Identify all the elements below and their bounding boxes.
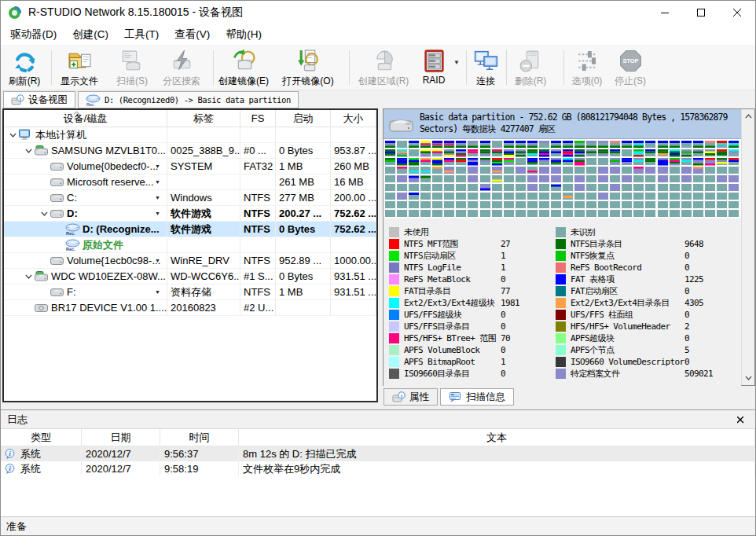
scan-block-map[interactable] [384, 139, 741, 218]
tree-column-header[interactable]: 设备/磁盘 [4, 110, 167, 127]
legend-item: ReFS BootRecord0 [556, 262, 684, 274]
volume-dropdown-arrow[interactable]: ▼ [155, 289, 160, 295]
tree-column-header[interactable]: 启动 [276, 110, 331, 127]
legend-count: 5 [684, 345, 689, 355]
tree-cell-label: 资料存储 [167, 285, 240, 299]
legend-item: UFS/FFS 柱面组0 [556, 309, 684, 321]
volume-dropdown-arrow[interactable]: ▼ [155, 163, 160, 169]
legend-color-chip [556, 333, 566, 343]
tree-row[interactable]: Rec.D: (Recognize...软件游戏NTFS0 Bytes752.6… [4, 222, 376, 237]
legend-label: UFS/FFS目录条目 [404, 321, 470, 332]
volume-dropdown-arrow[interactable]: ▼ [155, 258, 160, 263]
scan-tab-1[interactable]: i属性 [384, 388, 438, 406]
volume-dropdown-arrow[interactable]: ▼ [155, 179, 160, 185]
legend-item: ReFS MetaBlock0 [389, 274, 496, 285]
device-name: D: [67, 207, 78, 219]
tree-cell-name: Microsoft reserve...▼ [4, 174, 167, 189]
raid-icon [421, 48, 447, 74]
legend-label: APFS BitmapRoot [404, 357, 475, 367]
tree-row[interactable]: WDC WD10EZEX-08W...WD-WCC6Y6...#1 S...0 … [4, 269, 376, 285]
tree-column-header[interactable]: 大小 [331, 110, 376, 127]
tree-row[interactable]: 本地计算机 [4, 127, 376, 143]
cd-icon [34, 302, 49, 314]
tree-cell-start: 0 Bytes [276, 269, 331, 284]
log-column-header[interactable]: 日期 [82, 429, 160, 446]
log-row[interactable]: i系统2020/12/79:56:378m 12s 的 D: 扫描已完成 [1, 446, 755, 461]
legend-color-chip [556, 239, 566, 249]
legend-count: 70 [501, 333, 510, 343]
legend-color-chip [556, 321, 566, 332]
expand-chevron-icon[interactable] [23, 271, 34, 282]
toolbar-button-open-image[interactable]: 打开镜像(O) [277, 48, 339, 88]
maximize-button[interactable] [683, 1, 719, 24]
tree-cell-fs: #2 U... [240, 300, 276, 315]
tree-column-header[interactable]: 标签 [167, 110, 240, 127]
tree-row[interactable]: F:▼资料存储NTFS1 MB931.51 ... [4, 285, 376, 300]
tree-row[interactable]: D:▼软件游戏NTFS200.27 ...752.62 ... [4, 206, 376, 222]
device-name: Microsoft reserve... [67, 176, 154, 188]
svg-text:Rec.: Rec. [66, 247, 75, 251]
menu-item-3[interactable]: 工具(T) [116, 24, 167, 45]
legend-color-chip [556, 345, 566, 355]
toolbar-button-partition-search[interactable]: 分区搜索 [150, 48, 213, 88]
scrollbar-down-arrow[interactable] [742, 372, 754, 384]
tree-row[interactable]: Volume{0bedecf0-...▼SYSTEMFAT321 MB260 M… [4, 159, 376, 174]
scan-tab-2[interactable]: 扫描信息 [440, 388, 514, 406]
legend-item: NTFS目录条目9648 [556, 238, 684, 250]
toolbar-button-create-image[interactable]: 创建镜像(E) [212, 48, 275, 88]
legend-label: ISO9660目录条目 [404, 368, 470, 380]
log-column-header[interactable]: 时间 [160, 429, 239, 446]
scrollbar-up-arrow[interactable] [742, 110, 754, 123]
tree-row[interactable]: Volume{1ecb0c98-...▼WinRE_DRVNTFS952.89 … [4, 253, 376, 269]
tree-cell-label: 0025_388B_9... [167, 143, 240, 158]
toolbar-button-stop[interactable]: STOP停止(S) [599, 48, 662, 88]
log-close-icon[interactable] [735, 414, 746, 425]
log-cell-date: 2020/12/7 [82, 446, 160, 461]
tree-row[interactable]: SAMSUNG MZVLB1T0...0025_388B_9...#0 ...0… [4, 143, 376, 159]
menu-item-5[interactable]: 帮助(H) [218, 24, 270, 45]
volume-icon [50, 286, 64, 298]
device-view-icon: i [11, 94, 24, 106]
expand-chevron-icon[interactable] [39, 208, 50, 219]
legend-label: ISO9660 VolumeDescriptor [571, 357, 684, 367]
svg-text:i: i [401, 393, 402, 398]
expand-chevron-icon[interactable] [23, 145, 34, 156]
menu-item-2[interactable]: 创建(C) [64, 24, 116, 45]
log-column-header[interactable]: 类型 [1, 429, 82, 446]
log-type-text: 系统 [20, 462, 41, 476]
expand-chevron-icon[interactable] [7, 130, 18, 141]
minimize-button[interactable] [647, 1, 683, 24]
close-button[interactable] [719, 1, 755, 24]
legend-item: 未识别 [556, 226, 684, 238]
log-row[interactable]: i系统2020/12/79:58:19文件枚举在9秒内完成 [1, 461, 755, 476]
legend-label: 未识别 [571, 226, 595, 238]
toolbar-button-delete[interactable]: 删除(R) [499, 48, 562, 88]
legend-label: UFS/FFS超级块 [404, 309, 461, 321]
view-tab-2[interactable]: Rec.D: (Recognized0) -> Basic data parti… [78, 91, 299, 108]
tree-column-header[interactable]: FS [240, 110, 276, 127]
tree-row[interactable]: Microsoft reserve...▼261 MB16 MB [4, 174, 376, 190]
legend-item: APFS超级块0 [556, 332, 684, 344]
tree-cell-start: 0 Bytes [276, 222, 331, 237]
tree-cell-size: 953.87 ... [331, 143, 376, 158]
volume-dropdown-arrow[interactable]: ▼ [155, 195, 160, 200]
legend-label: NTFS目录条目 [571, 238, 622, 250]
legend-item: HFS/HFS+ BTree+ 范围70 [389, 332, 496, 344]
tree-row[interactable]: BR17 DEVICE V1.00 1....20160823#2 U... [4, 300, 376, 316]
menu-item-1[interactable]: 驱动器(D) [2, 24, 64, 45]
tree-row[interactable]: Rec.原始文件 [4, 237, 376, 253]
tree-cell-fs: NTFS [240, 206, 276, 221]
view-tab-1[interactable]: i设备视图 [3, 91, 75, 108]
scan-panel-scrollbar[interactable] [741, 109, 754, 385]
legend-count: 509021 [684, 369, 713, 379]
tree-row[interactable]: C:▼WindowsNTFS277 MB200.00 ... [4, 190, 376, 206]
scan-legend: 未使用NTFS MFT范围27NTFS启动扇区1NTFS LogFile1ReF… [384, 218, 741, 386]
device-name: C: [67, 192, 77, 204]
volume-dropdown-arrow[interactable]: ▼ [155, 211, 160, 216]
log-column-header[interactable]: 文本 [239, 429, 755, 446]
toolbar-button-label: 打开镜像(O) [277, 75, 339, 88]
legend-label: NTFS启动扇区 [404, 250, 456, 262]
menu-item-4[interactable]: 查看(V) [167, 24, 218, 45]
rec-icon: Rec. [65, 223, 80, 235]
toolbar-separator [349, 50, 350, 85]
